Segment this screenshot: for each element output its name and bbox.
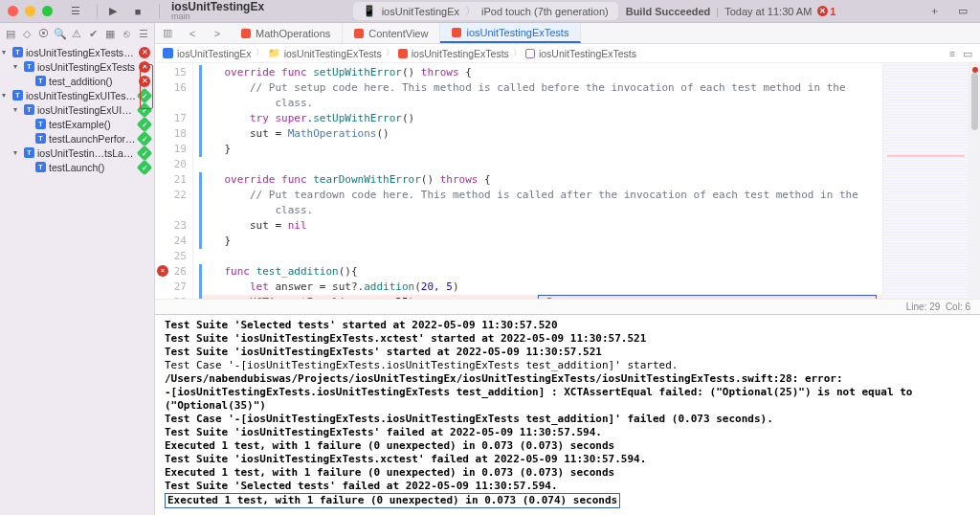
inline-error[interactable]: ✕XCTAssertEqual failed: ("Optional(25)")… <box>538 295 877 299</box>
line-number[interactable]: 25 <box>155 249 187 264</box>
minimize-window-button[interactable] <box>25 6 35 16</box>
fail-indicator-icon: ✕ <box>139 61 150 73</box>
tree-row[interactable]: ▾TiosUnitTestingExTests✕ <box>0 59 154 74</box>
path-seg-2[interactable]: iosUnitTestingExTests <box>412 48 509 59</box>
path-seg-0[interactable]: iosUnitTestingEx <box>177 48 252 59</box>
code-line[interactable]: try super.setUpWithError() <box>199 111 882 126</box>
code-line[interactable]: func test_addition(){ <box>199 264 882 280</box>
console-line: Test Suite 'iosUnitTestingExTests.xctest… <box>165 453 970 466</box>
line-number[interactable] <box>155 203 187 218</box>
tree-row[interactable]: TtestLaunchPerformance()✓ <box>0 131 154 146</box>
code-line[interactable] <box>199 157 882 172</box>
pass-indicator-icon: ✓ <box>137 101 153 118</box>
error-badge[interactable]: ✕ 1 <box>817 6 835 17</box>
add-button[interactable]: ＋ <box>924 2 944 21</box>
code-line[interactable]: sut = nil <box>199 218 882 234</box>
zoom-window-button[interactable] <box>42 6 53 16</box>
line-number[interactable]: 18 <box>155 126 187 142</box>
line-number[interactable]: 23 <box>155 218 187 234</box>
code-line[interactable] <box>199 249 882 264</box>
console-line: Test Suite 'Selected tests' failed at 20… <box>165 480 970 493</box>
debug-console[interactable]: Test Suite 'Selected tests' started at 2… <box>155 314 980 515</box>
disclosure-triangle-icon[interactable]: ▾ <box>2 48 10 56</box>
editor-tab[interactable]: ContentView <box>343 23 440 43</box>
project-icon <box>163 48 173 58</box>
swift-file-icon <box>241 29 251 38</box>
line-number[interactable]: 26✕ <box>155 264 187 280</box>
code-line[interactable]: let answer = sut?.addition(20, 5) <box>199 280 882 295</box>
project-title[interactable]: iosUnitTestingEx main <box>171 1 264 21</box>
stop-button[interactable]: ■ <box>128 2 147 21</box>
tab-history-fwd-icon[interactable]: > <box>205 23 230 43</box>
line-gutter[interactable]: 151617181920212223242526✕27282930 <box>155 63 193 299</box>
tree-row[interactable]: ▾TiosUnitTestingExUITests 3 te…✓ <box>0 88 154 102</box>
editor-tab[interactable]: iosUnitTestingExTests <box>440 23 581 43</box>
code-line[interactable]: sut = MathOperations() <box>199 126 882 142</box>
code-editor[interactable]: 151617181920212223242526✕27282930 overri… <box>155 63 980 299</box>
code-line[interactable]: } <box>199 234 882 249</box>
line-number[interactable]: 21 <box>155 172 187 188</box>
sidebar-toggle-icon[interactable]: ☰ <box>66 2 85 21</box>
line-number[interactable]: 22 <box>155 188 187 203</box>
tab-history-back-icon[interactable]: < <box>180 23 205 43</box>
library-button[interactable]: ▭ <box>953 2 972 21</box>
code-line[interactable]: } <box>199 142 882 157</box>
line-number[interactable]: 19 <box>155 142 187 157</box>
build-status[interactable]: Build Succeeded | Today at 11:30 AM ✕ 1 <box>626 6 836 17</box>
code-line[interactable]: XCTAssertEqual(answer, 35)✕XCTAssertEqua… <box>199 295 882 299</box>
assistant-icon[interactable]: ▭ <box>963 48 972 59</box>
line-number[interactable]: 15 <box>155 65 187 80</box>
disclosure-triangle-icon[interactable]: ▾ <box>13 105 21 114</box>
fail-indicator-icon: ✕ <box>139 47 150 58</box>
line-number[interactable]: 17 <box>155 111 187 126</box>
run-button[interactable]: ▶ <box>103 2 122 21</box>
code-line[interactable]: override func setUpWithError() throws { <box>199 65 882 80</box>
tab-label: iosUnitTestingExTests <box>466 27 568 38</box>
line-number[interactable]: 24 <box>155 234 187 249</box>
nav-source-icon[interactable]: ◇ <box>20 27 33 40</box>
scrollbar[interactable] <box>969 63 980 299</box>
disclosure-triangle-icon[interactable]: ▾ <box>13 148 21 157</box>
code-line[interactable]: class. <box>199 203 882 218</box>
code-line[interactable]: class. <box>199 96 882 111</box>
code-body[interactable]: override func setUpWithError() throws { … <box>193 63 882 299</box>
disclosure-triangle-icon[interactable]: ▾ <box>13 62 21 71</box>
nav-reports-icon[interactable]: ☰ <box>137 27 150 40</box>
editor-tab[interactable]: MathOperations <box>230 23 343 43</box>
disclosure-triangle-icon[interactable]: ▾ <box>2 91 10 100</box>
nav-issues-icon[interactable]: ⚠ <box>70 27 83 40</box>
scrollbar-thumb[interactable] <box>971 73 978 130</box>
tree-row[interactable]: ▾TiosUnitTestingExTests 1 test,…✕ <box>0 45 154 59</box>
tree-row[interactable]: Ttest_addition()✕ <box>0 74 154 88</box>
tree-row[interactable]: ▾TiosUnitTestin…tsLaunchTests✓ <box>0 146 154 160</box>
line-number[interactable] <box>155 96 187 111</box>
path-seg-1[interactable]: iosUnitTestingExTests <box>284 48 382 59</box>
tree-row[interactable]: TtestExample()✓ <box>0 117 154 131</box>
pass-indicator-icon: ✓ <box>137 130 153 146</box>
code-line[interactable]: override func tearDownWithError() throws… <box>199 172 882 188</box>
line-number[interactable]: 16 <box>155 80 187 96</box>
gutter-fail-icon[interactable]: ✕ <box>157 265 168 277</box>
divider <box>159 4 160 19</box>
nav-debug-icon[interactable]: ▦ <box>103 27 117 40</box>
path-seg-3[interactable]: iosUnitTestingExTests <box>539 48 636 59</box>
destination-name: iPod touch (7th generation) <box>481 6 609 17</box>
nav-tests-icon[interactable]: ✔ <box>87 27 100 40</box>
jump-bar[interactable]: iosUnitTestingEx 〉 📁 iosUnitTestingExTes… <box>155 44 980 63</box>
code-line[interactable]: // Put teardown code here. This method i… <box>199 188 882 203</box>
nav-project-icon[interactable]: ▤ <box>4 27 17 40</box>
close-window-button[interactable] <box>8 6 18 16</box>
nav-find-icon[interactable]: 🔍 <box>54 27 67 40</box>
line-number[interactable]: 27 <box>155 280 187 295</box>
scheme-selector[interactable]: 📱 iosUnitTestingEx 〉 iPod touch (7th gen… <box>353 2 618 20</box>
minimap[interactable] <box>882 63 969 299</box>
code-line[interactable]: // Put setup code here. This method is c… <box>199 80 882 96</box>
line-number[interactable]: 28 <box>155 295 187 299</box>
editor-options-icon[interactable]: ≡ <box>949 48 955 59</box>
nav-breakpoints-icon[interactable]: ⎋ <box>121 27 134 40</box>
tree-row[interactable]: ▾TiosUnitTestingExUITests✓ <box>0 102 154 117</box>
nav-symbols-icon[interactable]: ⦿ <box>37 27 51 40</box>
tab-nav-back-icon[interactable]: ▥ <box>155 23 180 43</box>
tree-row[interactable]: TtestLaunch()✓ <box>0 160 154 174</box>
line-number[interactable]: 20 <box>155 157 187 172</box>
